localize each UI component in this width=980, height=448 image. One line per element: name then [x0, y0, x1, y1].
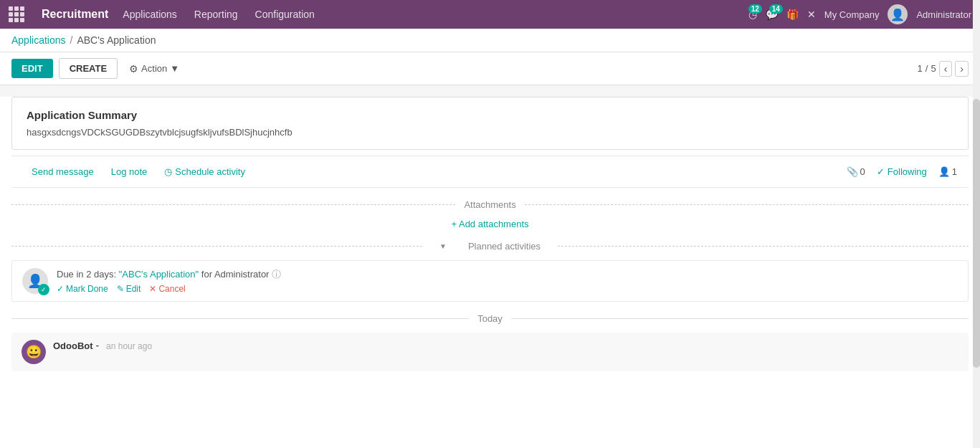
activity-item: 👤 ✓ Due in 2 days: "ABC's Application" f… — [11, 260, 969, 302]
chatter-toolbar: Send message Log note ◷ Schedule activit… — [11, 156, 969, 188]
times-icon: ✕ — [149, 284, 156, 294]
today-label: Today — [469, 313, 511, 324]
clock-badge: 12 — [748, 4, 762, 14]
chatter-right: 📎 0 ✓ Following 👤 1 — [847, 166, 957, 177]
toolbar: EDIT CREATE ⚙ Action ▼ 1 / 5 ‹ › — [0, 52, 980, 85]
company-name: My Company — [824, 9, 880, 20]
create-button[interactable]: CREATE — [59, 58, 118, 79]
attachments-number: 0 — [860, 166, 865, 177]
clock-icon[interactable]: ◷ 12 — [748, 9, 757, 20]
topbar: Recruitment Applications Reporting Confi… — [0, 0, 980, 29]
planned-activities-label: ▼ Planned activities — [422, 241, 558, 252]
action-menu[interactable]: ⚙ Action ▼ — [129, 63, 179, 75]
chevron-icon: ▼ — [431, 242, 455, 250]
summary-title: Application Summary — [27, 109, 953, 121]
attachments-label: Attachments — [455, 199, 524, 210]
activity-badge-icon: ✓ — [38, 284, 49, 295]
planned-activities-text: Planned activities — [460, 241, 549, 252]
add-attachments-container: + Add attachments — [11, 219, 969, 229]
due-text: Due in 2 days: — [57, 269, 116, 280]
odobot-message: 😀 OdooBot - an hour ago — [11, 333, 969, 371]
cancel-activity-button[interactable]: ✕ Cancel — [149, 284, 185, 294]
grid-menu-icon[interactable] — [9, 6, 24, 22]
main-content: Application Summary hasgxsdcngsVDCkSGUGD… — [0, 97, 980, 386]
for-text: for — [201, 269, 212, 280]
followers-count[interactable]: 👤 1 — [938, 166, 957, 177]
nav-configuration[interactable]: Configuration — [252, 9, 318, 20]
attachments-section-header: Attachments — [11, 199, 969, 210]
chevron-down-icon: ▼ — [170, 63, 179, 74]
message-author: OdooBot — [53, 340, 93, 351]
scrollbar-thumb[interactable] — [973, 99, 980, 368]
followers-number: 1 — [952, 166, 957, 177]
app-brand: Recruitment — [42, 8, 108, 21]
following-label: Following — [888, 166, 927, 177]
topbar-right: ◷ 12 💬 14 🎁 ✕ My Company 👤 Administrator — [748, 4, 971, 24]
pager-separator: / — [926, 63, 928, 74]
paperclip-icon: 📎 — [847, 166, 858, 177]
info-icon[interactable]: ⓘ — [272, 269, 281, 280]
summary-card: Application Summary hasgxsdcngsVDCkSGUGD… — [11, 97, 969, 150]
message-time: an hour ago — [106, 341, 152, 351]
checkmark-small-icon: ✓ — [57, 284, 64, 294]
add-attachments-link[interactable]: + Add attachments — [11, 219, 969, 229]
assignee-name: Administrator — [214, 269, 270, 280]
nav-reporting[interactable]: Reporting — [191, 9, 241, 20]
username: Administrator — [916, 9, 971, 20]
nav-applications[interactable]: Applications — [120, 9, 180, 20]
edit-activity-button[interactable]: ✎ Edit — [117, 284, 141, 294]
pager: 1 / 5 ‹ › — [918, 61, 969, 77]
topbar-nav: Applications Reporting Configuration — [120, 9, 736, 20]
close-icon[interactable]: ✕ — [807, 9, 816, 20]
gear-icon: ⚙ — [129, 63, 138, 75]
mark-done-button[interactable]: ✓ Mark Done — [57, 284, 108, 294]
edit-activity-label: Edit — [126, 284, 141, 294]
checkmark-icon: ✓ — [877, 166, 885, 177]
message-content: OdooBot - an hour ago — [53, 340, 152, 351]
schedule-activity-button[interactable]: ◷ Schedule activity — [156, 162, 254, 181]
send-message-button[interactable]: Send message — [23, 162, 103, 181]
page-wrapper: Application Summary hasgxsdcngsVDCkSGUGD… — [0, 97, 980, 448]
cancel-activity-label: Cancel — [158, 284, 185, 294]
schedule-activity-label: Schedule activity — [175, 166, 245, 177]
activity-actions: ✓ Mark Done ✎ Edit ✕ Cancel — [57, 284, 958, 294]
scrollbar-track[interactable] — [973, 0, 980, 448]
activity-title: Due in 2 days: "ABC's Application" for A… — [57, 268, 958, 281]
log-note-button[interactable]: Log note — [103, 162, 156, 181]
activity-avatar: 👤 ✓ — [22, 268, 48, 294]
pager-next-button[interactable]: › — [955, 61, 969, 77]
avatar[interactable]: 👤 — [888, 4, 908, 24]
message-separator: - — [95, 340, 102, 351]
chat-badge: 14 — [769, 4, 783, 14]
odobot-avatar: 😀 — [22, 340, 46, 364]
pager-current: 1 — [918, 63, 923, 74]
edit-button[interactable]: EDIT — [11, 59, 53, 78]
summary-body: hasgxsdcngsVDCkSGUGDBszytvblcjsugfskljvu… — [27, 127, 953, 138]
action-label: Action — [141, 63, 167, 74]
application-link[interactable]: "ABC's Application" — [119, 269, 199, 280]
breadcrumb-separator: / — [70, 34, 73, 46]
person-icon: 👤 — [938, 166, 950, 177]
pager-prev-button[interactable]: ‹ — [939, 61, 953, 77]
clock-small-icon: ◷ — [164, 166, 172, 177]
gift-icon[interactable]: 🎁 — [786, 9, 799, 20]
chat-icon[interactable]: 💬 14 — [766, 9, 778, 20]
following-button[interactable]: ✓ Following — [877, 166, 927, 177]
planned-activities-section-header: ▼ Planned activities — [11, 241, 969, 252]
breadcrumb: Applications / ABC's Application — [0, 29, 980, 52]
pencil-icon: ✎ — [117, 284, 124, 294]
today-divider: Today — [11, 313, 969, 324]
mark-done-label: Mark Done — [66, 284, 108, 294]
pager-total: 5 — [931, 63, 936, 74]
attachments-count: 📎 0 — [847, 166, 865, 177]
activity-content: Due in 2 days: "ABC's Application" for A… — [57, 268, 958, 294]
breadcrumb-current: ABC's Application — [77, 34, 156, 46]
breadcrumb-parent[interactable]: Applications — [11, 34, 66, 46]
